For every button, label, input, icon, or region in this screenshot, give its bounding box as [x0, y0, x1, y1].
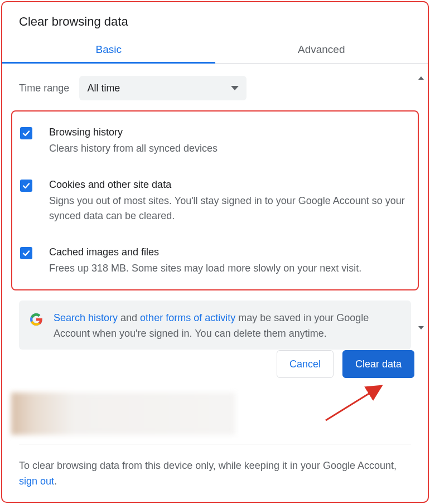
svg-line-0 — [326, 386, 381, 420]
tab-basic[interactable]: Basic — [2, 36, 215, 63]
google-g-icon — [29, 312, 44, 327]
dialog-title: Clear browsing data — [2, 2, 428, 36]
google-account-info: Search history and other forms of activi… — [19, 301, 411, 350]
time-range-select[interactable]: All time — [79, 76, 247, 100]
dialog-body: Time range All time Browsing history Cle… — [2, 64, 428, 350]
clear-browsing-data-dialog: Clear browsing data Basic Advanced Time … — [1, 1, 429, 503]
bottom-note-text: To clear browsing data from this device … — [19, 460, 397, 471]
dialog-buttons: Cancel Clear data — [277, 350, 414, 378]
cookies-row: Cookies and other site data Signs you ou… — [18, 172, 412, 229]
cancel-button[interactable]: Cancel — [277, 350, 334, 378]
highlighted-checklist: Browsing history Clears history from all… — [11, 110, 419, 290]
chevron-down-icon — [231, 86, 239, 90]
cache-text: Cached images and files Frees up 318 MB.… — [49, 245, 361, 276]
search-history-link[interactable]: Search history — [54, 312, 118, 323]
cache-row: Cached images and files Frees up 318 MB.… — [18, 239, 412, 282]
browsing-history-text: Browsing history Clears history from all… — [49, 125, 218, 156]
cookies-desc: Signs you out of most sites. You'll stay… — [49, 193, 410, 224]
clear-data-button[interactable]: Clear data — [342, 350, 414, 378]
browsing-history-title: Browsing history — [49, 125, 218, 140]
tab-advanced[interactable]: Advanced — [215, 36, 428, 63]
time-range-value: All time — [87, 83, 120, 94]
cookies-text: Cookies and other site data Signs you ou… — [49, 177, 410, 224]
other-activity-link[interactable]: other forms of activity — [140, 312, 235, 323]
browsing-history-checkbox[interactable] — [20, 127, 32, 139]
cache-checkbox[interactable] — [20, 247, 32, 259]
blurred-content — [11, 392, 235, 435]
bottom-note-period: . — [54, 476, 57, 487]
cookies-title: Cookies and other site data — [49, 177, 410, 192]
browsing-history-row: Browsing history Clears history from all… — [18, 119, 412, 162]
cache-title: Cached images and files — [49, 245, 361, 260]
time-range-row: Time range All time — [19, 64, 411, 110]
time-range-label: Time range — [19, 83, 69, 94]
cookies-checkbox[interactable] — [20, 180, 32, 192]
sign-out-link[interactable]: sign out — [19, 476, 54, 487]
tab-bar: Basic Advanced — [2, 36, 428, 64]
bottom-divider — [19, 444, 411, 444]
info-text: Search history and other forms of activi… — [54, 311, 401, 342]
browsing-history-desc: Clears history from all synced devices — [49, 141, 218, 156]
annotation-arrow — [315, 381, 398, 426]
cache-desc: Frees up 318 MB. Some sites may load mor… — [49, 261, 361, 276]
info-mid1: and — [118, 312, 140, 323]
bottom-note: To clear browsing data from this device … — [19, 458, 411, 490]
